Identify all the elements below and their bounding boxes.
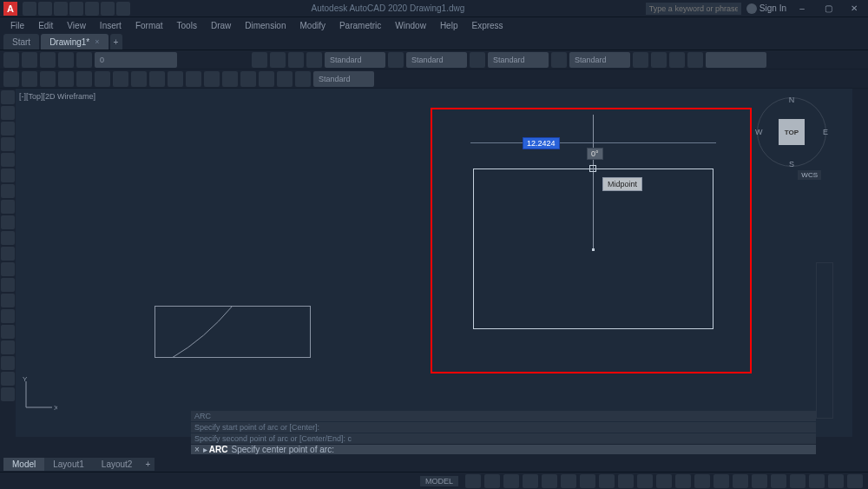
lt-region-icon[interactable]: [1, 340, 15, 354]
lt-circle-icon[interactable]: [1, 184, 15, 198]
draw-arc-icon[interactable]: [58, 71, 74, 87]
lt-insert-icon[interactable]: [1, 262, 15, 276]
qat-new-icon[interactable]: [23, 2, 36, 16]
draw-point-icon[interactable]: [149, 71, 165, 87]
qat-save-icon[interactable]: [54, 2, 68, 16]
status-snap-icon[interactable]: [484, 474, 500, 488]
compass-n[interactable]: N: [789, 96, 795, 104]
tb-icon-k[interactable]: [687, 52, 703, 68]
minimize-button[interactable]: –: [792, 3, 812, 13]
status-isolate-icon[interactable]: [790, 474, 806, 488]
lt-addsel-icon[interactable]: [1, 387, 15, 401]
status-model-badge[interactable]: MODEL: [420, 476, 458, 486]
workspace-dropdown[interactable]: Standard: [313, 71, 374, 87]
status-lwt-icon[interactable]: [618, 474, 634, 488]
tab-layout2[interactable]: Layout2: [93, 458, 141, 471]
textstyle-dropdown[interactable]: Standard: [325, 52, 385, 68]
draw-ellipse-icon[interactable]: [95, 71, 110, 87]
lt-revcloud-icon[interactable]: [1, 200, 15, 214]
tb-icon-d[interactable]: [306, 52, 322, 68]
tab-close-icon[interactable]: ×: [95, 37, 99, 46]
lt-table-icon[interactable]: [1, 356, 15, 370]
layer-freeze-icon[interactable]: [58, 52, 74, 68]
compass-s[interactable]: S: [789, 160, 794, 169]
draw-spline-icon[interactable]: [131, 71, 147, 87]
menu-tools[interactable]: Tools: [170, 21, 204, 30]
draw-rect-icon[interactable]: [76, 71, 92, 87]
tab-drawing1[interactable]: Drawing1* ×: [41, 34, 108, 50]
menu-express[interactable]: Express: [464, 21, 510, 30]
lt-spline-icon[interactable]: [1, 215, 15, 229]
qat-undo-icon[interactable]: [101, 2, 115, 16]
lt-arc-icon[interactable]: [1, 169, 15, 182]
layer-iso-icon[interactable]: [40, 52, 56, 68]
draw-line-icon[interactable]: [3, 71, 19, 87]
dimstyle-dropdown[interactable]: Standard: [406, 52, 467, 68]
lt-point-icon[interactable]: [1, 294, 15, 307]
tab-add-layout[interactable]: +: [141, 458, 155, 471]
modify-mirror-icon[interactable]: [240, 71, 256, 87]
menu-insert[interactable]: Insert: [93, 21, 128, 30]
menu-draw[interactable]: Draw: [204, 21, 238, 30]
layer-state-icon[interactable]: [22, 52, 37, 68]
status-otrack-icon[interactable]: [599, 474, 615, 488]
tb-icon-e[interactable]: [388, 52, 404, 68]
status-isodraft-icon[interactable]: [542, 474, 557, 488]
layer-dropdown[interactable]: 0: [95, 52, 177, 68]
ucs-icon[interactable]: X Y: [23, 376, 57, 411]
command-line-input[interactable]: × ▸ ARC Specify center point of arc:: [191, 445, 816, 454]
viewport-label[interactable]: [-][Top][2D Wireframe]: [19, 92, 95, 101]
status-units-icon[interactable]: [733, 474, 748, 488]
lt-xline-icon[interactable]: [1, 106, 15, 120]
compass-e[interactable]: E: [823, 128, 828, 136]
close-button[interactable]: ✕: [844, 3, 865, 13]
compass-w[interactable]: W: [755, 128, 763, 136]
qat-open-icon[interactable]: [38, 2, 52, 16]
menu-help[interactable]: Help: [433, 21, 465, 30]
draw-circle-icon[interactable]: [40, 71, 56, 87]
menu-dimension[interactable]: Dimension: [238, 21, 293, 30]
status-customize-icon[interactable]: [847, 474, 863, 488]
menu-edit[interactable]: Edit: [31, 21, 60, 30]
mleaderstyle-dropdown[interactable]: Standard: [569, 52, 630, 68]
wcs-button[interactable]: WCS: [798, 170, 821, 180]
tab-start[interactable]: Start: [3, 34, 39, 50]
viewcube-face-top[interactable]: TOP: [779, 119, 805, 145]
draw-hatch-icon[interactable]: [113, 71, 128, 87]
modify-trim-icon[interactable]: [277, 71, 293, 87]
lt-block-icon[interactable]: [1, 278, 15, 292]
status-annoscale-icon[interactable]: [675, 474, 691, 488]
status-grid-icon[interactable]: [465, 474, 481, 488]
status-cleanscreen-icon[interactable]: [828, 474, 844, 488]
lt-ellipsearc-icon[interactable]: [1, 247, 15, 261]
modify-scale-icon[interactable]: [259, 71, 274, 87]
menu-modify[interactable]: Modify: [293, 21, 332, 30]
lt-ellipse-icon[interactable]: [1, 231, 15, 245]
tab-layout1[interactable]: Layout1: [44, 458, 93, 471]
modify-copy-icon[interactable]: [204, 71, 220, 87]
menu-window[interactable]: Window: [388, 21, 433, 30]
lt-mtext-icon[interactable]: [1, 372, 15, 386]
layer-props-icon[interactable]: [3, 52, 19, 68]
status-polar-icon[interactable]: [523, 474, 538, 488]
status-lock-icon[interactable]: [771, 474, 786, 488]
tablestyle-dropdown[interactable]: Standard: [488, 52, 549, 68]
dynamic-input-distance[interactable]: 12.2424: [523, 137, 560, 149]
lt-polyline-icon[interactable]: [1, 122, 15, 135]
draw-polyline-icon[interactable]: [22, 71, 37, 87]
tb-icon-f[interactable]: [470, 52, 485, 68]
tb-icon-i[interactable]: [651, 52, 667, 68]
qat-plot-icon[interactable]: [85, 2, 99, 16]
cmd-close-icon[interactable]: ×: [194, 445, 200, 454]
tb-icon-b[interactable]: [270, 52, 286, 68]
lt-hatch-icon[interactable]: [1, 309, 15, 323]
menu-view[interactable]: View: [60, 21, 93, 30]
menu-format[interactable]: Format: [128, 21, 170, 30]
menu-file[interactable]: File: [3, 21, 31, 30]
drawing-canvas[interactable]: [-][Top][2D Wireframe] TOP N S E W WCS 1…: [16, 89, 852, 437]
lt-gradient-icon[interactable]: [1, 325, 15, 339]
viewcube[interactable]: TOP N S E W WCS: [757, 97, 826, 167]
signin-button[interactable]: Sign In: [746, 3, 786, 14]
modify-extend-icon[interactable]: [295, 71, 311, 87]
nav-bar-panel[interactable]: [816, 262, 833, 419]
